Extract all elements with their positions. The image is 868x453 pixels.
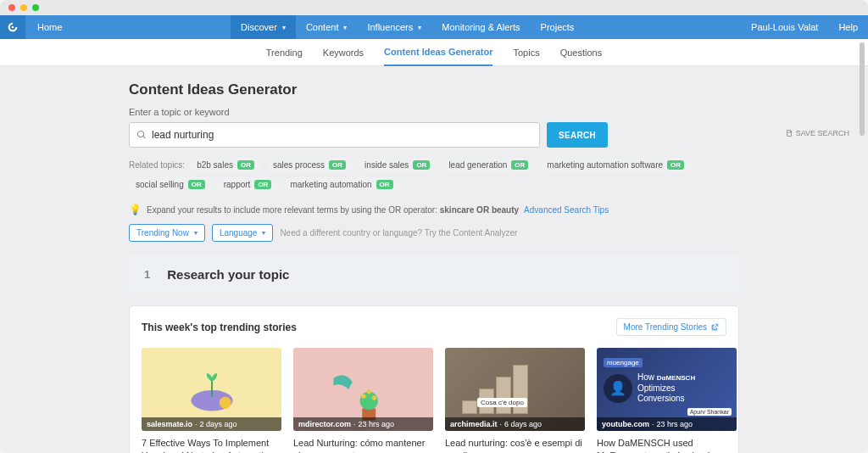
svg-point-5 [361, 394, 365, 398]
svg-point-0 [12, 26, 14, 29]
window-titlebar [0, 0, 868, 15]
subnav-topics[interactable]: Topics [513, 39, 539, 66]
story-card[interactable]: Cosa c'è dopo archimedia.it·6 days ago L… [445, 348, 585, 453]
story-thumbnail: salesmate.io·2 days ago [142, 348, 281, 431]
tip-row: 💡 Expand your results to include more re… [129, 204, 739, 215]
chevron-down-icon: ▾ [343, 24, 347, 31]
filter-trending-now[interactable]: Trending Now▾ [129, 224, 205, 242]
nav-content[interactable]: Content▾ [296, 15, 358, 39]
svg-point-7 [366, 389, 370, 394]
or-badge: OR [188, 180, 205, 189]
chevron-down-icon: ▾ [418, 24, 421, 31]
step-title: Research your topic [167, 267, 289, 282]
related-label: Related topics: [129, 160, 185, 170]
or-badge: OR [329, 160, 346, 170]
svg-point-6 [371, 395, 376, 400]
or-badge: OR [254, 180, 271, 189]
external-link-icon [710, 323, 719, 332]
thumb-overlay-text: Cosa c'è dopo [477, 398, 527, 407]
search-label: Enter a topic or keyword [129, 107, 739, 117]
svg-point-2 [219, 397, 231, 409]
tip-text: Expand your results to include more rele… [147, 205, 519, 215]
traffic-light-close[interactable] [8, 4, 15, 11]
chevron-down-icon: ▾ [262, 229, 265, 237]
or-badge: OR [237, 160, 254, 170]
save-icon [785, 129, 793, 137]
subnav-keywords[interactable]: Keywords [323, 39, 364, 66]
filter-hint: Need a different country or language? Tr… [280, 228, 517, 238]
story-title: Lead nurturing: cos'è e esempi di email [445, 437, 585, 453]
story-thumbnail: Cosa c'è dopo archimedia.it·6 days ago [445, 348, 585, 431]
page-title: Content Ideas Generator [129, 81, 739, 98]
chevron-down-icon: ▾ [282, 24, 286, 31]
chip-social-selling[interactable]: social sellingOR [129, 177, 212, 192]
nav-home[interactable]: Home [25, 15, 74, 39]
story-card[interactable]: moengage 👤 How DαMENSCH Optimizes Conver… [597, 348, 737, 453]
story-thumbnail: moengage 👤 How DαMENSCH Optimizes Conver… [597, 348, 737, 431]
avatar: 👤 [604, 374, 632, 403]
advanced-search-tips-link[interactable]: Advanced Search Tips [524, 205, 609, 215]
nav-help[interactable]: Help [828, 15, 868, 39]
sub-nav: Trending Keywords Content Ideas Generato… [0, 39, 868, 66]
story-card[interactable]: salesmate.io·2 days ago 7 Effective Ways… [142, 348, 281, 453]
thumb-tag: moengage [604, 358, 643, 367]
chip-sales-process[interactable]: sales processOR [266, 158, 353, 172]
story-title: 7 Effective Ways To Implement Your Lead … [142, 437, 281, 453]
traffic-light-zoom[interactable] [32, 4, 39, 11]
subnav-questions[interactable]: Questions [560, 39, 603, 66]
stories-card: This week's top trending stories More Tr… [129, 305, 739, 453]
nav-projects[interactable]: Projects [531, 15, 585, 39]
nav-user[interactable]: Paul-Louis Valat [741, 15, 828, 39]
or-badge: OR [413, 160, 430, 170]
traffic-light-minimize[interactable] [20, 4, 27, 11]
save-search-button[interactable]: SAVE SEARCH [785, 129, 849, 137]
filter-row: Trending Now▾ Language▾ Need a different… [129, 224, 739, 242]
search-icon [136, 130, 147, 140]
stories-title: This week's top trending stories [142, 322, 297, 333]
scrollbar[interactable] [860, 41, 865, 448]
filter-language[interactable]: Language▾ [212, 224, 274, 242]
search-box[interactable] [129, 122, 540, 148]
search-button[interactable]: SEARCH [547, 122, 608, 148]
search-input[interactable] [152, 129, 532, 141]
chip-inside-sales[interactable]: inside salesOR [358, 158, 437, 172]
related-topics: Related topics: b2b salesOR sales proces… [129, 158, 739, 192]
or-badge: OR [667, 160, 684, 170]
step-header: 1 Research your topic [129, 255, 739, 294]
or-badge: OR [376, 180, 393, 189]
app-logo[interactable] [0, 15, 25, 39]
story-thumbnail: mdirector.com·23 hrs ago [293, 348, 433, 431]
step-number: 1 [144, 268, 150, 281]
bulb-icon: 💡 [129, 204, 142, 215]
chip-rapport[interactable]: rapportOR [217, 177, 279, 192]
more-trending-stories-link[interactable]: More Trending Stories [616, 318, 726, 336]
chip-marketing-automation-software[interactable]: marketing automation softwareOR [540, 158, 691, 172]
chip-b2b-sales[interactable]: b2b salesOR [190, 158, 261, 172]
nav-discover[interactable]: Discover▾ [231, 15, 296, 39]
chip-lead-generation[interactable]: lead generationOR [442, 158, 535, 172]
story-title: Lead Nurturing: cómo mantener el engagem… [293, 437, 433, 453]
subnav-trending[interactable]: Trending [266, 39, 303, 66]
nav-influencers[interactable]: Influencers▾ [357, 15, 431, 39]
chip-marketing-automation[interactable]: marketing automationOR [283, 177, 399, 192]
top-nav: Home Discover▾ Content▾ Influencers▾ Mon… [0, 15, 868, 39]
story-title: How DaMENSCH used MoEngage to optimize l… [597, 437, 737, 453]
or-badge: OR [511, 160, 528, 170]
story-card[interactable]: mdirector.com·23 hrs ago Lead Nurturing:… [293, 348, 433, 453]
chevron-down-icon: ▾ [194, 229, 198, 237]
thumb-name-badge: Apurv Shankar [687, 408, 732, 416]
subnav-content-ideas-generator[interactable]: Content Ideas Generator [384, 39, 492, 66]
nav-monitoring[interactable]: Monitoring & Alerts [431, 15, 530, 39]
